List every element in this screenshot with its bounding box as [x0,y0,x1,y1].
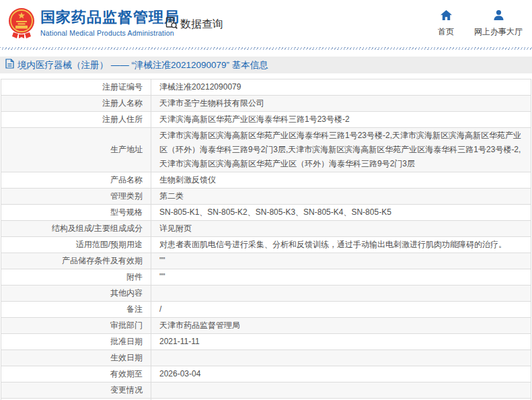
row-label: 产品储存条件及有效期 [62,256,143,265]
national-emblem-icon [8,7,35,40]
row-value: / [159,304,161,314]
table-row: 其他内容 [1,286,531,302]
header-divider [0,47,532,50]
row-value: "" [159,272,165,281]
site-header: 国家药品监督管理局 National Medical Products Admi… [0,0,532,47]
info-table-body: 注册证编号 津械注准20212090079 注册人名称 天津市圣宁生物科技有限公… [1,79,531,400]
row-label: 批准日期 [110,337,143,346]
row-value: 天津滨海高新区华苑产业区海泰华科三路1号23号楼-2 [159,114,350,124]
info-table: 注册证编号 津械注准20212090079 注册人名称 天津市圣宁生物科技有限公… [1,79,531,400]
table-row: 型号规格 SN-805-K1、SN-805-K2、SN-805-K3、SN-80… [1,205,531,221]
row-value: 天津市药品监督管理局 [159,321,240,330]
row-label: 附件 [126,272,143,281]
org-name-block[interactable]: 国家药品监督管理局 National Medical Products Admi… [40,9,180,37]
row-label: 生产地址 [110,145,143,154]
row-value: 天津市圣宁生物科技有限公司 [159,98,264,108]
row-value: 生物刺激反馈仪 [159,175,216,185]
header-nav: 首页 网上办事大厅 [438,10,523,38]
row-value: SN-805-K1、SN-805-K2、SN-805-K3、SN-805-K4、… [159,207,391,217]
table-row: 结构及组成/主要组成成分 详见附页 [1,221,531,237]
row-label: 注册人名称 [102,98,143,108]
row-value: 详见附页 [159,224,192,233]
nav-item-home[interactable]: 首页 [438,10,454,38]
table-row: 注册证编号 津械注准20212090079 [1,79,531,96]
table-row: 产品名称 生物刺激反馈仪 [1,172,531,189]
row-label: 结构及组成/主要组成成分 [52,224,143,233]
table-row: 批准日期 2021-11-11 [1,334,531,350]
table-row: 生产地址 天津市滨海新区滨海高新区华苑产业区海泰华科三路1号23号楼-2,天津市… [1,128,531,172]
row-label: 管理类别 [110,191,143,201]
row-label: 注册证编号 [102,82,143,92]
home-icon [441,10,452,23]
row-value: 天津市滨海新区滨海高新区华苑产业区海泰华科三路1号23号楼-2,天津市滨海新区滨… [159,131,521,168]
row-value: 对患者表面肌电信号进行采集、分析和反馈训练，通过手动输出电刺激进行肌肉功能障碍的… [159,240,506,249]
table-row: 备注 / [1,302,531,318]
row-label: 注册人住所 [102,114,143,124]
table-row: 注册人住所 天津滨海高新区华苑产业区海泰华科三路1号23号楼-2 [1,112,531,128]
table-row: 有效期至 2026-03-04 [1,366,531,382]
table-row: 生效日期 [1,350,531,366]
row-value: "" [159,256,165,265]
user-icon [494,10,504,23]
row-label: 审批部门 [110,321,143,330]
doc-search-icon [165,16,178,32]
row-value: 2026-03-04 [159,369,200,378]
table-row: 产品储存条件及有效期 "" [1,253,531,269]
data-query-label: 数据查询 [180,18,223,32]
data-query-nav[interactable]: 数据查询 [165,16,223,32]
row-label: 备注 [126,304,143,314]
row-label: 变更情况 [110,385,143,395]
table-row: 注册人名称 天津市圣宁生物科技有限公司 [1,96,531,112]
nav-label-home: 首页 [438,26,454,38]
table-row: 附件 "" [1,269,531,286]
document-icon [5,59,14,71]
row-label: 有效期至 [110,369,143,378]
row-label: 其他内容 [110,288,143,298]
row-label: 生效日期 [110,353,143,362]
row-label: 型号规格 [110,207,143,217]
row-label: 产品名称 [110,175,143,185]
table-row: 管理类别 第二类 [1,189,531,205]
nav-item-service-hall[interactable]: 网上办事大厅 [474,10,523,38]
page-title-bar: 境内医疗器械（注册） —— “津械注准20212090079” 基本信息 [0,57,532,73]
table-row: 适用范围/预期用途 对患者表面肌电信号进行采集、分析和反馈训练，通过手动输出电刺… [1,237,531,253]
info-table-wrap: 注册证编号 津械注准20212090079 注册人名称 天津市圣宁生物科技有限公… [1,79,531,400]
org-name-cn: 国家药品监督管理局 [40,9,180,26]
row-value: 2021-11-11 [159,337,200,346]
row-value: 津械注准20212090079 [159,82,241,92]
page-title: 境内医疗器械（注册） —— “津械注准20212090079” 基本信息 [17,59,268,71]
table-row: 变更情况 [1,382,531,399]
table-row: 审批部门 天津市药品监督管理局 [1,318,531,334]
nav-label-service-hall: 网上办事大厅 [474,26,523,38]
row-value: 第二类 [159,191,184,201]
row-label: 适用范围/预期用途 [76,240,143,249]
org-name-en: National Medical Products Administration [40,29,180,37]
